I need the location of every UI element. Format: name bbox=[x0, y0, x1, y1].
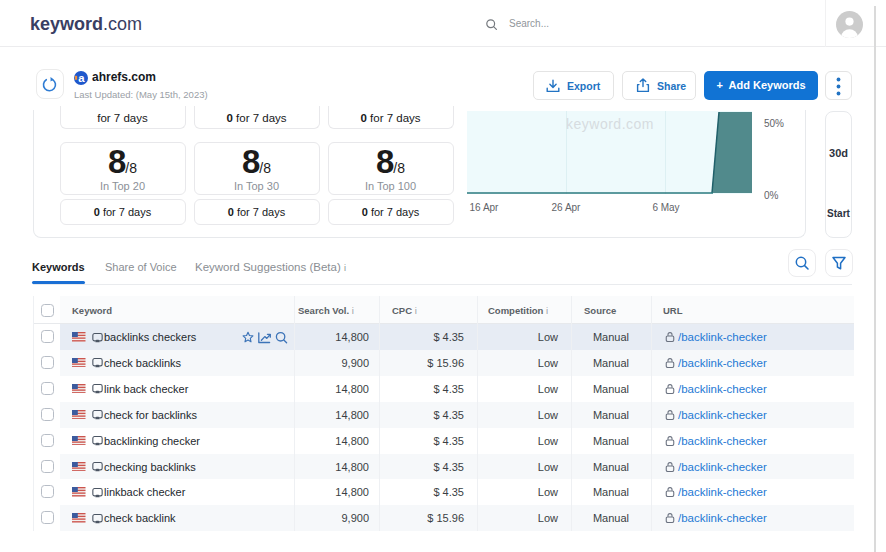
svg-text:a: a bbox=[78, 72, 85, 84]
svg-text:keyword.com: keyword.com bbox=[566, 116, 654, 132]
